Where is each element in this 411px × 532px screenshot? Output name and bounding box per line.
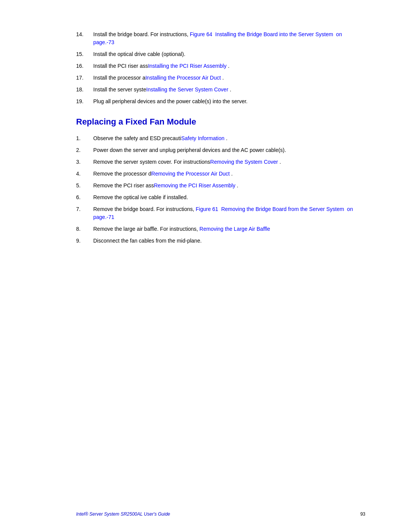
list-number: 4. xyxy=(76,170,93,178)
list-item: 19. Plug all peripheral devices and the … xyxy=(76,97,362,105)
list-item: 2. Power down the server and unplug peri… xyxy=(76,146,362,154)
list-number: 15. xyxy=(76,50,93,58)
list-item: 14. Install the bridge board. For instru… xyxy=(76,30,362,46)
list-item: 17. Install the processor aInstalling th… xyxy=(76,74,362,82)
installing-pci-riser-link[interactable]: Installing the PCI Riser Assembly xyxy=(148,63,226,69)
list-content: Remove the optical ive cable if installe… xyxy=(93,193,362,201)
list-number: 8. xyxy=(76,225,93,233)
installing-bridge-board-link[interactable]: Figure 64 Installing the Bridge Board in… xyxy=(93,31,342,45)
second-list: 1. Observe the safety and ESD precautiSa… xyxy=(76,134,362,245)
list-content: Install the bridge board. For instructio… xyxy=(93,30,362,46)
list-content: Remove the large air baffle. For instruc… xyxy=(93,225,362,233)
list-content: Install the server systeInstalling the S… xyxy=(93,86,362,94)
list-content: Remove the server system cover. For inst… xyxy=(93,158,362,166)
list-number: 5. xyxy=(76,182,93,190)
list-content: Remove the processor dRemoving the Proce… xyxy=(93,170,362,178)
list-item: 4. Remove the processor dRemoving the Pr… xyxy=(76,170,362,178)
list-number: 19. xyxy=(76,97,93,105)
list-number: 2. xyxy=(76,146,93,154)
list-item: 6. Remove the optical ive cable if insta… xyxy=(76,193,362,201)
list-content: Remove the bridge board. For instruction… xyxy=(93,205,362,221)
list-content: Remove the PCI riser assRemoving the PCI… xyxy=(93,182,362,190)
inline-text: he xyxy=(169,98,175,104)
list-content: Power down the server and unplug periphe… xyxy=(93,146,362,154)
removing-pci-riser-link[interactable]: Removing the PCI Riser Assembly xyxy=(154,182,236,189)
list-number: 18. xyxy=(76,86,93,94)
safety-information-link[interactable]: Safety Information xyxy=(181,135,225,141)
installing-server-system-cover-link[interactable]: Installing the Server System Cover xyxy=(146,86,228,93)
list-item: 16. Install the PCI riser assInstalling … xyxy=(76,62,362,70)
list-number: 16. xyxy=(76,62,93,70)
list-number: 14. xyxy=(76,30,93,46)
section-heading: Replacing a Fixed Fan Module xyxy=(76,117,362,127)
list-item: 15. Install the optical drive cable (opt… xyxy=(76,50,362,58)
list-item: 1. Observe the safety and ESD precautiSa… xyxy=(76,134,362,142)
list-item: 5. Remove the PCI riser assRemoving the … xyxy=(76,182,362,190)
list-item: 7. Remove the bridge board. For instruct… xyxy=(76,205,362,221)
list-number: 7. xyxy=(76,205,93,221)
list-content: Install the processor aInstalling the Pr… xyxy=(93,74,362,82)
first-list: 14. Install the bridge board. For instru… xyxy=(76,30,362,105)
list-content: Plug all peripheral devices and the powe… xyxy=(93,97,362,105)
list-number: 3. xyxy=(76,158,93,166)
list-number: 17. xyxy=(76,74,93,82)
list-number: 1. xyxy=(76,134,93,142)
list-content: Install the optical drive cable (optiona… xyxy=(93,50,362,58)
inline-text: ve xyxy=(142,194,147,200)
footer-page-number: 93 xyxy=(360,511,365,517)
list-number: 6. xyxy=(76,193,93,201)
list-item: 8. Remove the large air baffle. For inst… xyxy=(76,225,362,233)
list-content: Disconnect the fan cables from the mid-p… xyxy=(93,237,362,245)
list-content: Install the PCI riser assInstalling the … xyxy=(93,62,362,70)
page-container: 14. Install the bridge board. For instru… xyxy=(0,0,411,532)
removing-bridge-board-link[interactable]: Figure 61 Removing the Bridge Board from… xyxy=(93,206,353,220)
removing-processor-air-duct-link[interactable]: Removing the Processor Air Duct xyxy=(151,171,230,177)
list-item: 18. Install the server systeInstalling t… xyxy=(76,86,362,94)
list-item: 3. Remove the server system cover. For i… xyxy=(76,158,362,166)
list-content: Observe the safety and ESD precautiSafet… xyxy=(93,134,362,142)
installing-processor-air-duct-link[interactable]: Installing the Processor Air Duct xyxy=(145,75,221,81)
inline-text: ug xyxy=(170,147,176,153)
page-footer: Intel® Server System SR2500AL User's Gui… xyxy=(0,511,411,517)
list-item: 9. Disconnect the fan cables from the mi… xyxy=(76,237,362,245)
content-area: 14. Install the bridge board. For instru… xyxy=(76,30,362,245)
removing-large-air-baffle-link[interactable]: Removing the Large Air Baffle xyxy=(199,226,270,232)
footer-title: Intel® Server System SR2500AL User's Gui… xyxy=(76,511,170,517)
list-number: 9. xyxy=(76,237,93,245)
removing-system-cover-link[interactable]: Removing the System Cover xyxy=(210,159,278,165)
